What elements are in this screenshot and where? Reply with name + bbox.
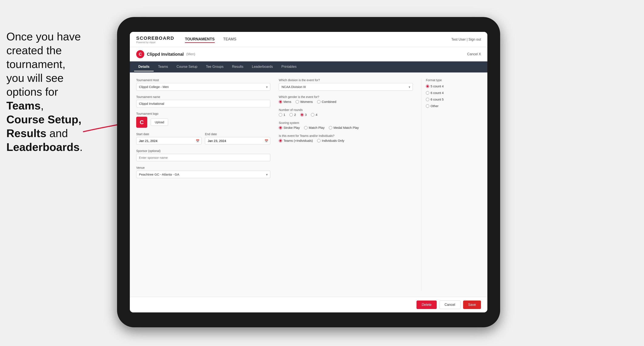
format-6count5-radio[interactable] <box>426 98 429 101</box>
main-content: Tournament Host Clippd College - Men Tou… <box>130 72 487 297</box>
division-label: Which division is the event for? <box>279 78 413 82</box>
bottom-bar: Delete Cancel Save <box>130 297 487 312</box>
scoring-match-label: Match Play <box>309 126 324 129</box>
tab-teams[interactable]: Teams <box>154 63 172 71</box>
start-date-input[interactable] <box>136 137 202 145</box>
host-select-wrapper: Clippd College - Men <box>136 83 270 91</box>
division-select-wrapper: NCAA Division III <box>279 83 413 91</box>
scoring-medal-option[interactable]: Medal Match Play <box>329 126 359 129</box>
gender-womens-radio[interactable] <box>296 100 299 104</box>
scoring-medal-radio[interactable] <box>329 126 332 129</box>
teams-option[interactable]: Teams (+Individuals) <box>279 139 313 142</box>
annotation-line5: options for <box>6 86 58 98</box>
teams-radio[interactable] <box>279 139 282 142</box>
user-label[interactable]: Test User | Sign out <box>452 38 481 41</box>
rounds-radio-group: 1 2 3 4 <box>279 113 413 117</box>
annotation-text: Once you have created the tournament, yo… <box>0 25 90 158</box>
rounds-1-option[interactable]: 1 <box>279 113 285 117</box>
upload-button[interactable]: Upload <box>151 119 168 126</box>
rounds-1-radio[interactable] <box>279 113 282 117</box>
tab-details[interactable]: Details <box>134 63 154 71</box>
individuals-only-option[interactable]: Individuals Only <box>317 139 344 142</box>
venue-group: Venue Peachtree GC - Atlanta - GA <box>136 166 270 178</box>
end-date-group: End date <box>205 132 270 145</box>
tab-results[interactable]: Results <box>228 63 248 71</box>
scoring-match-option[interactable]: Match Play <box>304 126 324 129</box>
cancel-top-button[interactable]: Cancel X <box>467 52 481 56</box>
rounds-3-label: 3 <box>305 113 307 117</box>
nav-teams[interactable]: TEAMS <box>223 36 236 43</box>
logo-title: SCOREBOARD <box>136 35 174 41</box>
format-6count4-option[interactable]: 6 count 4 <box>426 91 481 95</box>
annotation-bold-results: Results <box>6 127 46 139</box>
rounds-3-option[interactable]: 3 <box>300 113 307 117</box>
end-date-wrapper <box>205 137 270 145</box>
tournament-tag: (Men) <box>186 52 195 56</box>
gender-group: Which gender is the event for? Mens Wome… <box>279 95 413 104</box>
dates-group: Start date End date <box>136 132 270 145</box>
scoring-stroke-option[interactable]: Stroke Play <box>279 126 300 129</box>
scoring-label: Scoring system <box>279 121 413 125</box>
end-date-label: End date <box>205 132 270 136</box>
sponsor-input[interactable] <box>136 154 270 161</box>
gender-combined-option[interactable]: Combined <box>317 100 336 104</box>
venue-select-wrapper: Peachtree GC - Atlanta - GA <box>136 171 270 178</box>
logo-preview: C <box>136 117 147 128</box>
gender-mens-radio[interactable] <box>279 100 282 104</box>
tab-printables[interactable]: Printables <box>277 63 301 71</box>
annotation-bold-leaderboards: Leaderboards <box>6 141 80 153</box>
name-label: Tournament name <box>136 95 270 99</box>
cancel-button[interactable]: Cancel <box>439 301 460 309</box>
sub-tabs: Details Teams Course Setup Tee Groups Re… <box>130 61 487 72</box>
annotation-line2: created the <box>6 44 62 56</box>
rounds-2-option[interactable]: 2 <box>290 113 296 117</box>
start-date-group: Start date <box>136 132 202 145</box>
division-group: Which division is the event for? NCAA Di… <box>279 78 413 91</box>
top-nav: SCOREBOARD Powered by clippd TOURNAMENTS… <box>130 32 487 47</box>
tournament-header: C Clippd Invitational (Men) Cancel X <box>130 47 487 61</box>
tournament-name: Clippd Invitational <box>147 52 184 57</box>
sponsor-label: Sponsor (optional) <box>136 149 270 153</box>
delete-button[interactable]: Delete <box>416 301 436 309</box>
form-body: Tournament Host Clippd College - Men Tou… <box>130 72 487 297</box>
scoring-group: Scoring system Stroke Play Match Play <box>279 121 413 129</box>
format-6count5-option[interactable]: 6 count 5 <box>426 98 481 101</box>
gender-mens-option[interactable]: Mens <box>279 100 291 104</box>
name-input[interactable] <box>136 100 270 107</box>
gender-radio-group: Mens Womens Combined <box>279 100 413 104</box>
scoring-radio-group: Stroke Play Match Play Medal Match Play <box>279 126 413 129</box>
rounds-4-radio[interactable] <box>311 113 314 117</box>
rounds-4-option[interactable]: 4 <box>311 113 317 117</box>
division-select[interactable]: NCAA Division III <box>279 83 413 91</box>
logo-area: SCOREBOARD Powered by clippd <box>136 35 174 44</box>
tab-tee-groups[interactable]: Tee Groups <box>202 63 228 71</box>
gender-womens-option[interactable]: Womens <box>296 100 313 104</box>
format-5count4-label: 5 count 4 <box>430 84 444 88</box>
user-area[interactable]: Test User | Sign out <box>452 38 481 41</box>
format-6count5-label: 6 count 5 <box>430 98 444 101</box>
rounds-2-radio[interactable] <box>290 113 293 117</box>
format-6count4-radio[interactable] <box>426 91 429 95</box>
save-button[interactable]: Save <box>463 301 481 309</box>
left-column: Tournament Host Clippd College - Men Tou… <box>136 78 279 291</box>
format-5count4-option[interactable]: 5 count 4 <box>426 84 481 88</box>
end-date-input[interactable] <box>205 137 270 145</box>
tablet-device: SCOREBOARD Powered by clippd TOURNAMENTS… <box>117 17 500 327</box>
annotation-line1: Once you have <box>6 30 81 43</box>
venue-select[interactable]: Peachtree GC - Atlanta - GA <box>136 171 270 178</box>
scoring-stroke-radio[interactable] <box>279 126 282 129</box>
format-other-option[interactable]: Other <box>426 104 481 108</box>
rounds-group: Number of rounds 1 2 <box>279 108 413 117</box>
scoring-match-radio[interactable] <box>304 126 308 129</box>
format-5count4-radio[interactable] <box>426 85 429 88</box>
format-other-radio[interactable] <box>426 104 429 108</box>
gender-combined-radio[interactable] <box>317 100 320 104</box>
host-select[interactable]: Clippd College - Men <box>136 83 270 91</box>
nav-tournaments[interactable]: TOURNAMENTS <box>185 36 215 43</box>
tab-leaderboards[interactable]: Leaderboards <box>248 63 277 71</box>
tab-course-setup[interactable]: Course Setup <box>172 63 202 71</box>
gender-label: Which gender is the event for? <box>279 95 413 99</box>
teams-label: Teams (+Individuals) <box>284 139 313 142</box>
rounds-3-radio[interactable] <box>300 113 304 117</box>
individuals-only-radio[interactable] <box>317 139 320 142</box>
